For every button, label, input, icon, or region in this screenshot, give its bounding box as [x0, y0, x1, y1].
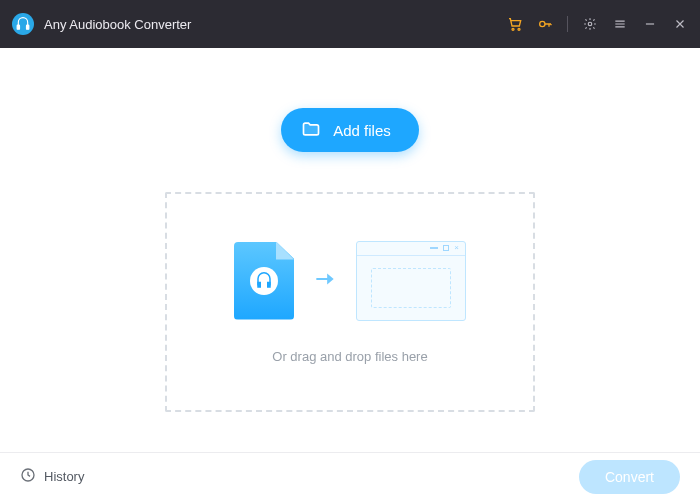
- svg-point-4: [540, 21, 545, 26]
- file-icon: [234, 242, 294, 320]
- app-title: Any Audiobook Converter: [44, 17, 191, 32]
- drop-zone[interactable]: × Or drag and drop files here: [165, 192, 535, 412]
- svg-rect-1: [27, 25, 29, 29]
- add-files-label: Add files: [333, 122, 391, 139]
- gear-icon[interactable]: [582, 16, 598, 32]
- drop-illustration: ×: [234, 241, 466, 321]
- history-label: History: [44, 469, 84, 484]
- title-bar: Any Audiobook Converter: [0, 0, 700, 48]
- separator: [567, 16, 568, 32]
- title-bar-right: [507, 16, 688, 32]
- close-icon[interactable]: [672, 16, 688, 32]
- svg-point-2: [512, 28, 514, 30]
- drop-hint: Or drag and drop files here: [272, 349, 427, 364]
- window-icon: ×: [356, 241, 466, 321]
- cart-icon[interactable]: [507, 16, 523, 32]
- clock-icon: [20, 467, 36, 486]
- app-window: Any Audiobook Converter: [0, 0, 700, 500]
- svg-rect-0: [17, 25, 19, 29]
- convert-button[interactable]: Convert: [579, 460, 680, 494]
- convert-label: Convert: [605, 469, 654, 485]
- history-button[interactable]: History: [20, 467, 84, 486]
- arrow-right-icon: [312, 266, 338, 296]
- add-files-button[interactable]: Add files: [281, 108, 419, 152]
- key-icon[interactable]: [537, 16, 553, 32]
- minimize-icon[interactable]: [642, 16, 658, 32]
- main-area: Add files ×: [0, 48, 700, 452]
- folder-icon: [301, 119, 321, 142]
- menu-icon[interactable]: [612, 16, 628, 32]
- app-logo-icon: [12, 13, 34, 35]
- svg-point-5: [588, 22, 592, 26]
- footer-bar: History Convert: [0, 452, 700, 500]
- svg-point-3: [518, 28, 520, 30]
